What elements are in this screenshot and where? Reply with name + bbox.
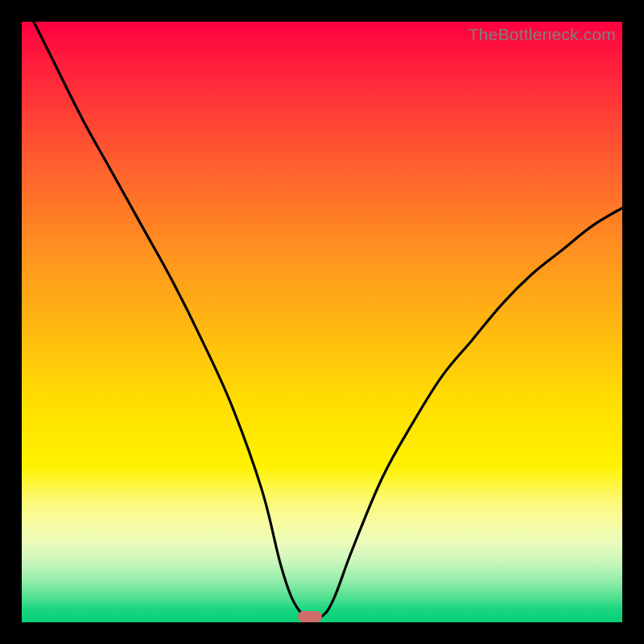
plot-area: TheBottleneck.com [22, 22, 622, 622]
chart-frame: TheBottleneck.com [0, 0, 644, 644]
optimum-marker [298, 611, 322, 622]
bottleneck-curve [22, 22, 622, 622]
curve-path [34, 22, 622, 617]
